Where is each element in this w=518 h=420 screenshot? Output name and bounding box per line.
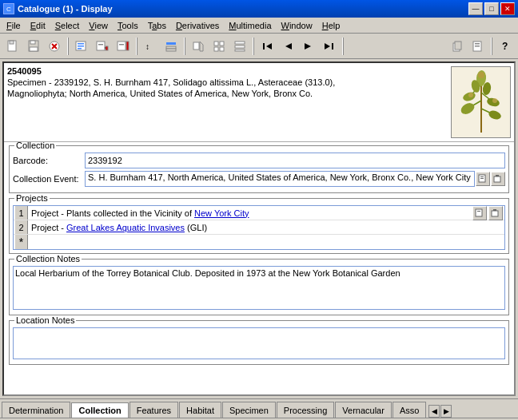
new-button[interactable] xyxy=(3,37,22,56)
maximize-button[interactable]: □ xyxy=(484,2,499,15)
project-new-row[interactable]: * xyxy=(14,235,504,249)
find-all-button[interactable] xyxy=(114,37,133,56)
find2-button[interactable] xyxy=(93,37,112,56)
svg-rect-67 xyxy=(492,211,498,216)
tab-collection[interactable]: Collection xyxy=(71,402,128,418)
menu-help[interactable]: Help xyxy=(317,19,345,32)
svg-rect-32 xyxy=(263,43,265,50)
projects-group: Projects 1 Project - Plants collected in… xyxy=(9,198,509,254)
tab-scroll-left[interactable]: ◀ xyxy=(428,405,440,418)
menu-select[interactable]: Select xyxy=(50,19,85,32)
svg-rect-3 xyxy=(30,41,35,44)
menu-bar: File Edit Select View Tools Tabs Derivat… xyxy=(0,18,518,34)
window-title: Catalogue (1) - Display xyxy=(18,4,113,14)
svg-rect-18 xyxy=(126,42,129,50)
barcode-input[interactable] xyxy=(85,153,505,168)
tab-determination[interactable]: Determination xyxy=(2,402,70,418)
find-button[interactable] xyxy=(72,37,91,56)
svg-rect-1 xyxy=(10,41,14,44)
svg-rect-27 xyxy=(214,47,218,51)
project1-edit-button[interactable] xyxy=(472,206,487,220)
svg-rect-63 xyxy=(494,176,500,182)
svg-text:?: ? xyxy=(502,41,508,52)
record-desc-line2: Magnoliophyta; North America, United Sta… xyxy=(7,89,448,98)
event-label: Collection Event: xyxy=(13,174,85,184)
edit-button[interactable] xyxy=(189,37,208,56)
svg-rect-41 xyxy=(475,43,480,45)
svg-rect-10 xyxy=(78,46,84,47)
menu-view[interactable]: View xyxy=(84,19,113,32)
tab-features[interactable]: Features xyxy=(130,402,178,418)
location-notes-label: Location Notes xyxy=(14,315,76,325)
svg-rect-16 xyxy=(118,42,126,50)
minimize-button[interactable]: — xyxy=(468,2,483,15)
svg-rect-30 xyxy=(235,46,245,48)
svg-rect-42 xyxy=(475,46,480,47)
project-text-2[interactable]: Project - Great Lakes Aquatic Invasives … xyxy=(28,223,503,232)
project-text-1[interactable]: Project - Plants collected in the Vicini… xyxy=(28,208,472,218)
svg-marker-37 xyxy=(325,43,330,50)
nav-next-button[interactable] xyxy=(299,37,318,56)
svg-point-57 xyxy=(468,93,473,97)
svg-rect-66 xyxy=(477,211,480,212)
preview-button[interactable] xyxy=(468,37,488,56)
svg-rect-62 xyxy=(480,178,484,179)
tab-scroll-right[interactable]: ▶ xyxy=(440,405,452,418)
specimen-image xyxy=(451,66,511,138)
svg-marker-35 xyxy=(305,43,311,50)
nav-first-button[interactable] xyxy=(257,37,277,56)
event-row: Collection Event: S. H. Burnham 417, Nor… xyxy=(13,171,505,187)
tab-vernacular[interactable]: Vernacular xyxy=(335,402,392,418)
project-new-text xyxy=(28,237,503,247)
form-section: Collection Barcode: Collection Event: S.… xyxy=(4,142,514,394)
nav-prev-button[interactable] xyxy=(278,37,297,56)
menu-derivatives[interactable]: Derivatives xyxy=(171,19,224,32)
help-button[interactable]: ? xyxy=(496,37,515,56)
event-open-button[interactable] xyxy=(491,172,505,186)
svg-rect-65 xyxy=(476,209,482,216)
project-row-2: 2 Project - Great Lakes Aquatic Invasive… xyxy=(14,220,504,235)
grid2-button[interactable] xyxy=(230,37,249,56)
location-notes-textarea[interactable] xyxy=(13,327,505,359)
svg-marker-33 xyxy=(266,43,272,50)
svg-rect-64 xyxy=(496,175,499,176)
menu-multimedia[interactable]: Multimedia xyxy=(224,19,276,32)
tab-asso[interactable]: Asso xyxy=(392,402,426,418)
event-edit-button[interactable] xyxy=(476,172,490,186)
menu-file[interactable]: File xyxy=(2,19,26,32)
projects-grid: 1 Project - Plants collected in the Vici… xyxy=(13,205,505,250)
event-value: S. H. Burnham 417, North America, United… xyxy=(85,171,475,187)
barcode-row: Barcode: xyxy=(13,153,505,168)
svg-rect-29 xyxy=(235,42,245,44)
close-button[interactable]: ✕ xyxy=(500,2,515,15)
grid-button[interactable] xyxy=(209,37,229,56)
svg-marker-34 xyxy=(285,43,292,50)
svg-point-58 xyxy=(492,98,497,103)
svg-rect-36 xyxy=(332,43,333,50)
group-button[interactable] xyxy=(161,37,181,56)
save-button[interactable] xyxy=(24,37,43,56)
tab-processing[interactable]: Processing xyxy=(277,402,334,418)
nav-last-button[interactable] xyxy=(320,37,339,56)
collection-notes-textarea[interactable]: Local Herbarium of the Torrey Botanical … xyxy=(13,266,505,310)
menu-tools[interactable]: Tools xyxy=(113,19,143,32)
menu-edit[interactable]: Edit xyxy=(26,19,50,32)
svg-text:↕: ↕ xyxy=(145,42,149,51)
project1-open-button[interactable] xyxy=(488,206,503,220)
copy-report-button[interactable] xyxy=(448,37,467,56)
collection-notes-label: Collection Notes xyxy=(14,254,82,263)
location-notes-group: Location Notes xyxy=(9,320,509,365)
toolbar-separator-2 xyxy=(136,38,137,55)
menu-tabs[interactable]: Tabs xyxy=(143,19,171,32)
tab-habitat[interactable]: Habitat xyxy=(179,402,221,418)
menu-window[interactable]: Window xyxy=(277,19,317,32)
record-desc-line1: Specimen - 2339192, S. H. Burnham 417, S… xyxy=(7,77,448,87)
svg-rect-31 xyxy=(235,50,245,51)
tab-specimen[interactable]: Specimen xyxy=(222,402,276,418)
svg-rect-20 xyxy=(166,42,176,45)
record-header: 2540095 Specimen - 2339192, S. H. Burnha… xyxy=(4,63,514,142)
sort-button[interactable]: ↕ xyxy=(141,37,160,56)
cancel-button[interactable] xyxy=(45,37,64,56)
svg-marker-24 xyxy=(200,42,203,51)
svg-rect-4 xyxy=(30,47,38,51)
